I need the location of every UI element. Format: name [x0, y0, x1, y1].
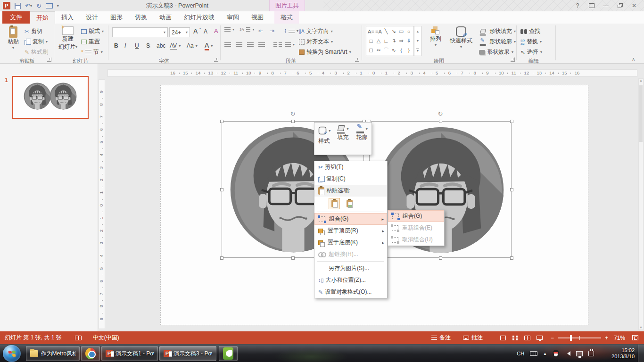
shape-gallery-item[interactable]: ▭ — [397, 27, 405, 36]
align-center-button[interactable] — [236, 42, 242, 47]
text-direction-button[interactable]: ∥A文字方向▾ — [299, 27, 333, 35]
taskbar-ppt3-button[interactable]: P 演示文稿3 - Pow... — [159, 346, 216, 361]
tab-insert[interactable]: 插入 — [55, 11, 80, 24]
bold-button[interactable]: B — [114, 42, 118, 49]
find-button[interactable]: 查找 — [520, 27, 540, 35]
shape-gallery-item[interactable]: { — [397, 46, 405, 55]
layout-button[interactable]: 版式▾ — [81, 27, 104, 35]
bullets-button[interactable]: ▾ — [224, 27, 234, 32]
italic-button[interactable]: I — [124, 42, 126, 49]
replace-button[interactable]: abac替换▾ — [520, 38, 542, 46]
mini-fill-button[interactable]: ▾ 填充 — [333, 123, 352, 155]
clipboard-dialog-launcher[interactable] — [47, 58, 51, 62]
align-left-button[interactable] — [224, 42, 231, 47]
tab-home[interactable]: 开始 — [30, 11, 55, 24]
font-size-combo[interactable]: 24+▾ — [169, 27, 190, 37]
columns-button[interactable] — [273, 42, 282, 47]
fit-slide-to-window-button[interactable] — [629, 331, 641, 344]
slide-sorter-view-button[interactable] — [509, 331, 521, 344]
paste-keep-formatting-button[interactable] — [329, 198, 340, 209]
strikethrough-button[interactable]: abc — [157, 42, 165, 49]
shape-gallery[interactable]: A≡≡A╲↘▭○□△∟↴⇒⇓◻∾⌒∿{} — [366, 26, 414, 56]
shrink-font-button[interactable]: Aˇ — [204, 28, 211, 35]
collapse-ribbon-icon[interactable]: ∧ — [632, 57, 635, 62]
shape-gallery-item[interactable]: ∟ — [382, 36, 390, 45]
clear-formatting-button[interactable]: A — [214, 27, 218, 34]
shape-gallery-item[interactable]: } — [405, 46, 413, 55]
decrease-indent-button[interactable]: ⇤ — [258, 27, 263, 34]
tab-review[interactable]: 审阅 — [221, 11, 245, 24]
minimize-icon[interactable]: — — [600, 1, 612, 9]
menu-bring-to-front[interactable]: 置于顶层(R)▸ — [314, 225, 387, 237]
picture-tools-tab-group[interactable]: 图片工具 — [269, 0, 305, 11]
network-icon[interactable] — [576, 351, 583, 356]
selection-handle[interactable] — [510, 188, 513, 191]
shape-gallery-item[interactable]: ↴ — [390, 36, 397, 45]
mini-style-button[interactable]: ▾ 样式 — [314, 123, 333, 155]
normal-view-button[interactable] — [497, 331, 509, 344]
zoom-in-button[interactable]: + — [605, 331, 608, 344]
rotation-handle-left[interactable]: ↻ — [289, 110, 297, 117]
menu-save-as-picture[interactable]: 另存为图片(S)... — [314, 263, 387, 274]
shape-gallery-item[interactable]: ⌒ — [382, 46, 390, 55]
reading-view-button[interactable] — [521, 331, 534, 344]
justify-button[interactable] — [258, 42, 265, 47]
line-spacing-button[interactable]: ↕▾ — [284, 27, 298, 34]
shape-gallery-item[interactable]: ○ — [405, 27, 413, 36]
zoom-slider[interactable] — [558, 337, 601, 338]
save-icon[interactable] — [15, 2, 21, 9]
font-name-combo[interactable]: ▾ — [112, 27, 168, 37]
zoom-out-button[interactable]: − — [546, 331, 554, 344]
menu-size-and-position[interactable]: ↕▯大小和位置(Z)... — [314, 274, 387, 286]
shape-gallery-down-icon[interactable]: ▼ — [416, 39, 420, 42]
scrollbar-thumb[interactable] — [639, 85, 643, 142]
font-dialog-launcher[interactable] — [214, 58, 218, 62]
selection-handle[interactable] — [291, 256, 295, 260]
restore-icon[interactable] — [614, 1, 626, 9]
start-button[interactable] — [3, 345, 21, 362]
volume-icon[interactable] — [565, 351, 570, 356]
mini-outline-button[interactable]: ▾ 轮廓 — [353, 123, 372, 155]
shape-gallery-item[interactable]: ⇒ — [397, 36, 405, 45]
language-indicator[interactable]: 中文(中国) — [82, 331, 119, 344]
menu-format-object[interactable]: ✎设置对象格式(O)... — [314, 286, 387, 298]
shape-gallery-item[interactable]: ╲ — [382, 27, 390, 36]
slide-thumbnail[interactable] — [12, 76, 89, 119]
notes-button[interactable]: 备注 — [431, 331, 451, 344]
menu-copy[interactable]: 复制(C) — [314, 173, 387, 185]
shape-gallery-item[interactable]: ∿ — [390, 46, 397, 55]
tab-animations[interactable]: 动画 — [153, 11, 178, 24]
keyboard-icon[interactable] — [530, 351, 537, 356]
comments-button[interactable]: 批注 — [451, 331, 483, 344]
selection-handle[interactable] — [439, 256, 442, 260]
tab-file[interactable]: 文件 — [2, 11, 30, 24]
taskbar-folder-button[interactable]: 作为Metro风格... — [26, 346, 80, 361]
qq-icon[interactable] — [553, 350, 559, 357]
slideshow-view-button[interactable] — [534, 331, 546, 344]
arrange-button[interactable]: 排列▾ — [426, 26, 445, 47]
font-color-button[interactable]: A▾ — [205, 41, 213, 50]
taskbar-ppt1-button[interactable]: P 演示文稿1 - Pow... — [101, 346, 158, 361]
spellcheck-icon[interactable] — [62, 331, 82, 344]
shape-gallery-up-icon[interactable]: ▲ — [416, 30, 420, 33]
zoom-level[interactable]: 71% — [608, 331, 625, 344]
underline-button[interactable]: U — [135, 42, 139, 49]
submenu-group[interactable]: 组合(G) — [388, 210, 444, 222]
vertical-scrollbar[interactable]: ▲ ▼ — [638, 78, 644, 330]
undo-icon[interactable]: ↶▾ — [25, 2, 32, 9]
shape-gallery-more-icon[interactable]: ▼ — [416, 49, 420, 52]
selection-handle[interactable] — [220, 188, 223, 191]
selection-handle[interactable] — [220, 256, 223, 260]
shape-gallery-item[interactable]: ⇓ — [405, 36, 413, 45]
shape-gallery-item[interactable]: ◻ — [367, 46, 375, 55]
selection-handle[interactable] — [439, 120, 442, 123]
shape-gallery-item[interactable]: □ — [367, 36, 375, 45]
help-icon[interactable]: ? — [571, 1, 584, 9]
shape-gallery-item[interactable]: ↘ — [390, 27, 397, 36]
taskbar-chrome-button[interactable] — [81, 346, 100, 361]
start-slideshow-icon[interactable] — [46, 3, 53, 8]
shape-gallery-item[interactable]: ∾ — [375, 46, 382, 55]
change-case-button[interactable]: Aa▾ — [187, 42, 198, 49]
redo-icon[interactable]: ↻ — [36, 2, 41, 9]
clock[interactable]: 15:022013/8/10 — [611, 345, 635, 362]
